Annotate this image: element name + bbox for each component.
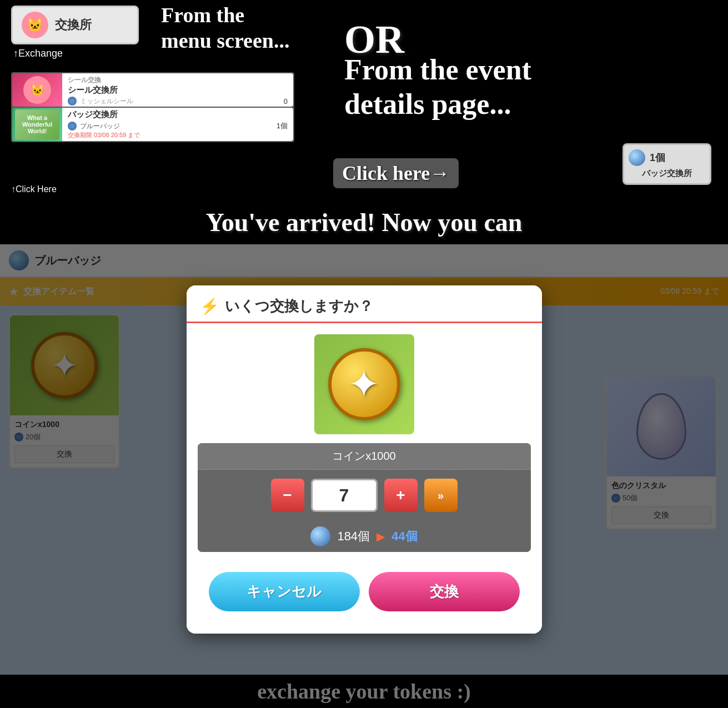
from-menu-text: From the menu screen... bbox=[161, 3, 290, 53]
seal-exchange-title: シール交換 シール交換所 bbox=[68, 74, 288, 96]
exchange-modal: ⚡ いくつ交換しますか？ ✦ コインx1000 − + » bbox=[187, 285, 542, 634]
cost-arrow-icon: ▶ bbox=[376, 530, 385, 543]
badge-exchange-title: バッジ交換所 bbox=[68, 109, 288, 120]
badge-widget-top: 1個 bbox=[629, 149, 705, 166]
exchange-label: ↑Exchange bbox=[13, 48, 155, 59]
event-banner: What aWonderfulWorld! bbox=[15, 109, 59, 140]
exchange-button-area: 🐱 交換所 ↑Exchange bbox=[11, 6, 155, 59]
top-section: 🐱 交換所 ↑Exchange 🐱 シール交換 シール交換所 ミッシェルシール … bbox=[0, 0, 728, 200]
you-arrived-text: You've arrived! Now you can bbox=[206, 208, 523, 237]
modal-buttons: キャンセル 交換 bbox=[198, 561, 531, 622]
seal-exchange-item[interactable]: 🐱 シール交換 シール交換所 ミッシェルシール 0 bbox=[12, 73, 293, 107]
badge-exchange-subtitle: ブルーバッジ 1個 bbox=[68, 121, 288, 131]
middle-section: You've arrived! Now you can bbox=[0, 200, 728, 244]
lightning-icon: ⚡ bbox=[200, 297, 219, 315]
modal-coin-circle: ✦ bbox=[328, 348, 400, 420]
badge-exchange-widget: 1個 バッジ交換所 bbox=[622, 143, 711, 185]
quantity-plus-button[interactable]: + bbox=[384, 479, 418, 512]
seal-exchange-image: 🐱 bbox=[12, 73, 62, 107]
from-event-text: From the event details page... bbox=[344, 53, 531, 122]
modal-coin-image: ✦ bbox=[314, 334, 414, 434]
seal-globe-icon bbox=[68, 97, 77, 106]
badge-widget-label: バッジ交換所 bbox=[642, 168, 692, 179]
exchange-button-label: 交換所 bbox=[55, 17, 92, 33]
badge-exchange-content: バッジ交換所 ブルーバッジ 1個 交換期限 03/08 20:59 まで bbox=[62, 108, 293, 141]
click-here-arrow-text: Click here→ bbox=[333, 158, 459, 188]
seal-exchange-subtitle: ミッシェルシール 0 bbox=[68, 97, 288, 106]
quantity-max-button[interactable]: » bbox=[424, 479, 458, 512]
badge-exchange-image: What aWonderfulWorld! bbox=[12, 108, 62, 141]
cost-badge-circle-icon bbox=[310, 526, 330, 546]
click-here-label: ↑Click Here bbox=[11, 184, 57, 194]
badge-globe-icon bbox=[68, 122, 77, 130]
modal-title: いくつ交換しますか？ bbox=[225, 297, 373, 316]
modal-header: ⚡ いくつ交換しますか？ bbox=[187, 285, 542, 323]
badge-widget-count: 1個 bbox=[650, 151, 665, 164]
seal-icon: 🐱 bbox=[23, 76, 51, 104]
cancel-button[interactable]: キャンセル bbox=[209, 572, 360, 611]
modal-overlay: ⚡ いくつ交換しますか？ ✦ コインx1000 − + » bbox=[0, 244, 728, 708]
cost-after: 44個 bbox=[391, 528, 417, 545]
modal-body: ✦ コインx1000 − + » 184個 ▶ 44個 bbox=[187, 323, 542, 634]
exchange-button[interactable]: 🐱 交換所 bbox=[11, 6, 139, 44]
menu-list: 🐱 シール交換 シール交換所 ミッシェルシール 0 What aWonderfu… bbox=[11, 72, 294, 142]
quantity-minus-button[interactable]: − bbox=[271, 479, 304, 512]
badge-exchange-date: 交換期限 03/08 20:59 まで bbox=[68, 131, 288, 139]
modal-cost-row: 184個 ▶ 44個 bbox=[198, 521, 531, 552]
modal-coin-star-icon: ✦ bbox=[348, 361, 380, 407]
exchange-button-icon: 🐱 bbox=[22, 12, 48, 38]
modal-quantity-label: コインx1000 bbox=[198, 443, 531, 470]
badge-exchange-item[interactable]: What aWonderfulWorld! バッジ交換所 ブルーバッジ 1個 交… bbox=[12, 108, 293, 141]
cost-current: 184個 bbox=[337, 528, 370, 545]
quantity-input[interactable] bbox=[311, 479, 378, 512]
seal-exchange-content: シール交換 シール交換所 ミッシェルシール 0 bbox=[62, 73, 293, 107]
modal-quantity-controls: − + » bbox=[198, 470, 531, 521]
exchange-confirm-button[interactable]: 交換 bbox=[369, 572, 520, 611]
modal-quantity-section: コインx1000 − + » 184個 ▶ 44個 bbox=[198, 443, 531, 552]
badge-widget-globe-icon bbox=[629, 149, 645, 166]
